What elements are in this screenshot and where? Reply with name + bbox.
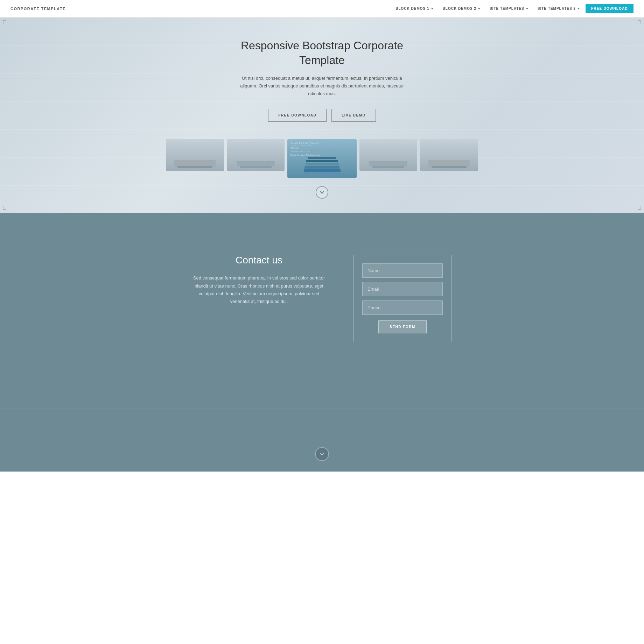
nav-link-site-templates-2[interactable]: SITE TEMPLATES 2: [534, 5, 583, 13]
caret-icon: [478, 8, 481, 9]
caret-icon: [577, 8, 580, 9]
chevron-down-icon-dark: [320, 452, 324, 457]
contact-description: Sed consequat fermentum pharetra. In vel…: [192, 274, 326, 305]
hero-demo-button[interactable]: LIVE DEMO: [331, 109, 376, 122]
hero-title: Responsive Bootstrap Corporate Template: [217, 38, 427, 68]
hero-content: Responsive Bootstrap Corporate Template …: [217, 38, 427, 136]
hero-section: Responsive Bootstrap Corporate Template …: [0, 17, 644, 213]
bottom-section: [0, 409, 644, 472]
thumbnail-2: [227, 139, 285, 171]
name-input[interactable]: [362, 263, 443, 278]
navbar-brand: CORPORATE TEMPLATE: [10, 7, 66, 11]
contact-form: SEND FORM: [354, 255, 451, 342]
thumbnail-3: [359, 139, 418, 171]
caret-icon: [526, 8, 528, 9]
contact-left-content: Contact us Sed consequat fermentum phare…: [192, 255, 326, 305]
thumbnail-1: [166, 139, 224, 171]
nav-link-site-templates[interactable]: SITE TEMPLATES: [486, 5, 532, 13]
email-input[interactable]: [362, 282, 443, 296]
hero-download-button[interactable]: FREE DOWNLOAD: [268, 109, 327, 122]
nav-item-site-templates-2[interactable]: SITE TEMPLATES 2: [534, 5, 583, 13]
corner-handle-tr: [638, 20, 641, 24]
bottom-scroll-arrow[interactable]: [315, 447, 329, 461]
nav-item-block-demos-1[interactable]: BLOCK DEMOS 1: [392, 5, 437, 13]
nav-item-block-demos-2[interactable]: BLOCK DEMOS 2: [439, 5, 484, 13]
phone-input[interactable]: [362, 300, 443, 315]
nav-link-block-demos-2[interactable]: BLOCK DEMOS 2: [439, 5, 484, 13]
navbar-nav: BLOCK DEMOS 1 BLOCK DEMOS 2 SITE TEMPLAT…: [392, 4, 634, 13]
nav-download-button[interactable]: FREE DOWNLOAD: [586, 4, 634, 13]
send-form-button[interactable]: SEND FORM: [378, 320, 427, 333]
chevron-down-icon: [320, 190, 324, 195]
hero-thumbnails: CHARLES & RUF FAMILY CASE STUDY HOUSES B…: [164, 139, 479, 178]
thumbnail-books: CHARLES & RUF FAMILY CASE STUDY HOUSES B…: [287, 139, 356, 178]
nav-link-block-demos-1[interactable]: BLOCK DEMOS 1: [392, 5, 437, 13]
nav-item-cta[interactable]: FREE DOWNLOAD: [586, 4, 634, 13]
caret-icon: [431, 8, 434, 9]
hero-buttons: FREE DOWNLOAD LIVE DEMO: [217, 109, 427, 122]
contact-section: Contact us Sed consequat fermentum phare…: [0, 213, 644, 409]
corner-handle-tl: [3, 20, 6, 24]
navbar: CORPORATE TEMPLATE BLOCK DEMOS 1 BLOCK D…: [0, 0, 644, 17]
nav-item-site-templates[interactable]: SITE TEMPLATES: [486, 5, 532, 13]
thumbnail-4: [420, 139, 478, 171]
contact-title: Contact us: [192, 255, 326, 266]
corner-handle-bl: [3, 206, 6, 210]
hero-description: Ut nisi orci, consequat a metus ut, aliq…: [234, 75, 410, 98]
corner-handle-br: [638, 206, 641, 210]
